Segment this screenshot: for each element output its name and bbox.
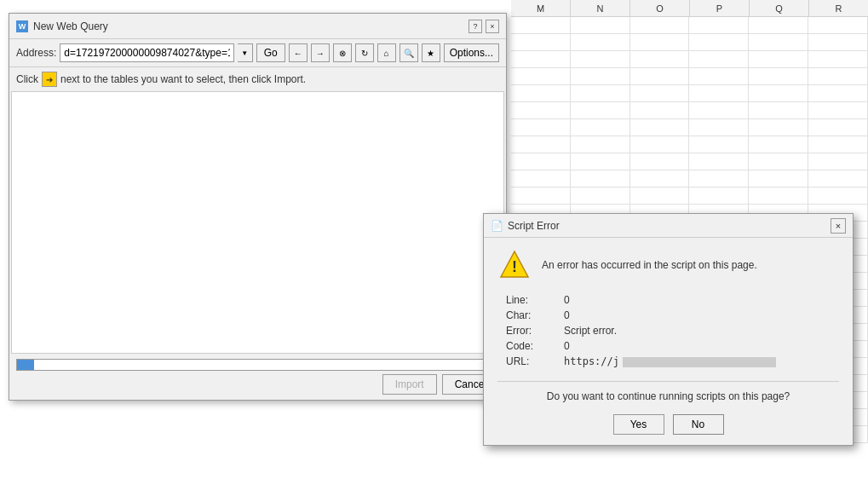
refresh-button[interactable]: ↻	[355, 43, 374, 62]
excel-cell[interactable]	[511, 51, 571, 68]
excel-cell[interactable]	[571, 51, 630, 68]
excel-row[interactable]	[511, 188, 868, 205]
excel-row[interactable]	[511, 51, 868, 68]
col-header-N: N	[571, 0, 630, 16]
yes-button[interactable]: Yes	[613, 414, 664, 435]
excel-row[interactable]	[511, 153, 868, 170]
stop-button[interactable]: ⊗	[333, 43, 352, 62]
excel-cell[interactable]	[571, 170, 630, 188]
excel-cell[interactable]	[630, 51, 690, 68]
address-dropdown[interactable]: ▼	[238, 43, 253, 62]
excel-cell[interactable]	[630, 85, 690, 102]
forward-button[interactable]: →	[311, 43, 330, 62]
excel-cell[interactable]	[808, 170, 868, 188]
excel-cell[interactable]	[630, 188, 690, 205]
search-button[interactable]: 🔍	[400, 43, 418, 62]
excel-row[interactable]	[511, 170, 868, 188]
excel-cell[interactable]	[689, 17, 749, 34]
web-query-dialog: W New Web Query ? × Address: ▼ Go ← → ⊗ …	[9, 13, 507, 401]
excel-cell[interactable]	[808, 188, 868, 205]
excel-cell[interactable]	[571, 68, 630, 85]
excel-cell[interactable]	[630, 34, 690, 51]
home-button[interactable]: ⌂	[377, 43, 396, 62]
excel-cell[interactable]	[689, 85, 749, 102]
excel-cell[interactable]	[749, 119, 808, 136]
excel-cell[interactable]	[749, 51, 808, 68]
excel-cell[interactable]	[749, 136, 808, 153]
favorites-button[interactable]: ★	[422, 43, 440, 62]
excel-cell[interactable]	[749, 153, 808, 170]
import-button[interactable]: Import	[382, 374, 437, 395]
excel-cell[interactable]	[808, 68, 868, 85]
excel-row[interactable]	[511, 119, 868, 136]
excel-cell[interactable]	[808, 34, 868, 51]
excel-cell[interactable]	[630, 136, 690, 153]
excel-cell[interactable]	[571, 102, 630, 119]
excel-cell[interactable]	[808, 17, 868, 34]
excel-cell[interactable]	[630, 153, 690, 170]
help-button[interactable]: ?	[468, 20, 482, 33]
col-header-P: P	[690, 0, 750, 16]
excel-cell[interactable]	[749, 102, 808, 119]
excel-cell[interactable]	[571, 188, 630, 205]
excel-cell[interactable]	[630, 68, 690, 85]
excel-cell[interactable]	[689, 102, 749, 119]
excel-cell[interactable]	[808, 136, 868, 153]
excel-cell[interactable]	[749, 85, 808, 102]
excel-cell[interactable]	[571, 136, 630, 153]
excel-cell[interactable]	[749, 68, 808, 85]
excel-cell[interactable]	[511, 68, 571, 85]
excel-row[interactable]	[511, 136, 868, 153]
options-button[interactable]: Options...	[444, 43, 499, 62]
excel-cell[interactable]	[808, 85, 868, 102]
excel-cell[interactable]	[511, 34, 571, 51]
excel-row[interactable]	[511, 68, 868, 85]
address-input[interactable]	[60, 43, 233, 62]
script-error-close[interactable]: ×	[831, 218, 846, 234]
excel-cell[interactable]	[571, 17, 630, 34]
excel-cell[interactable]	[689, 68, 749, 85]
excel-cell[interactable]	[689, 34, 749, 51]
back-button[interactable]: ←	[289, 43, 308, 62]
excel-cell[interactable]	[571, 34, 630, 51]
excel-cell[interactable]	[808, 102, 868, 119]
excel-cell[interactable]	[511, 136, 571, 153]
excel-cell[interactable]	[749, 170, 808, 188]
excel-cell[interactable]	[511, 85, 571, 102]
excel-cell[interactable]	[689, 119, 749, 136]
web-query-content[interactable]	[11, 91, 504, 354]
excel-cell[interactable]	[689, 136, 749, 153]
excel-cell[interactable]	[630, 102, 690, 119]
footer-buttons: Import Cancel	[16, 374, 499, 395]
excel-cell[interactable]	[749, 34, 808, 51]
excel-cell[interactable]	[571, 119, 630, 136]
excel-cell[interactable]	[689, 153, 749, 170]
excel-cell[interactable]	[749, 188, 808, 205]
error-value: Script error.	[564, 325, 839, 337]
close-button[interactable]: ×	[486, 20, 499, 33]
excel-row[interactable]	[511, 102, 868, 119]
excel-cell[interactable]	[511, 188, 571, 205]
excel-cell[interactable]	[630, 119, 690, 136]
excel-cell[interactable]	[571, 85, 630, 102]
excel-cell[interactable]	[511, 102, 571, 119]
excel-cell[interactable]	[808, 51, 868, 68]
excel-cell[interactable]	[511, 153, 571, 170]
excel-cell[interactable]	[689, 188, 749, 205]
excel-cell[interactable]	[571, 153, 630, 170]
excel-cell[interactable]	[749, 17, 808, 34]
excel-cell[interactable]	[689, 170, 749, 188]
excel-cell[interactable]	[808, 153, 868, 170]
excel-cell[interactable]	[511, 17, 571, 34]
excel-row[interactable]	[511, 85, 868, 102]
excel-cell[interactable]	[511, 170, 571, 188]
no-button[interactable]: No	[673, 414, 724, 435]
excel-cell[interactable]	[511, 119, 571, 136]
excel-cell[interactable]	[630, 170, 690, 188]
excel-row[interactable]	[511, 34, 868, 51]
excel-cell[interactable]	[630, 17, 690, 34]
go-button[interactable]: Go	[256, 43, 285, 62]
excel-row[interactable]	[511, 17, 868, 34]
excel-cell[interactable]	[808, 119, 868, 136]
excel-cell[interactable]	[689, 51, 749, 68]
